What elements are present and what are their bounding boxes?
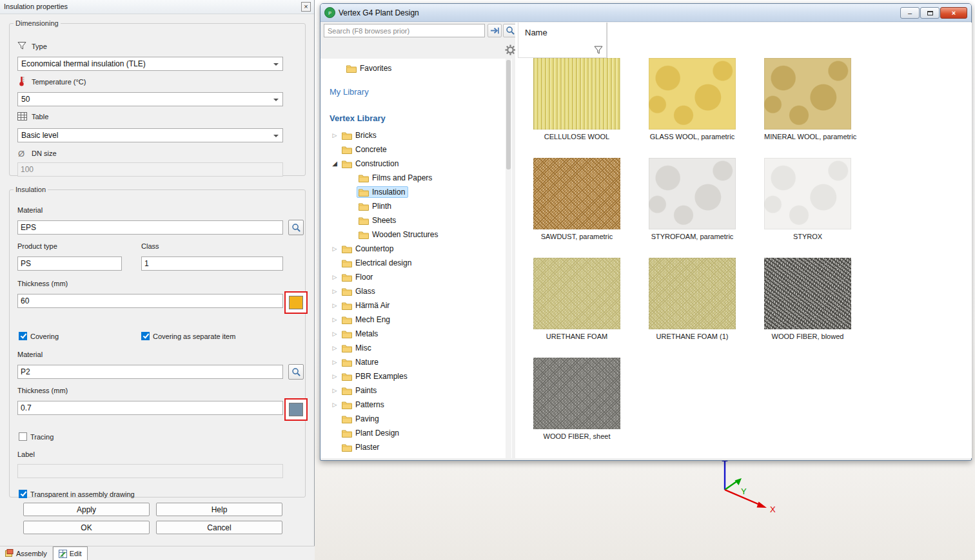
column-separator[interactable] <box>607 23 607 58</box>
transparent-checkbox-row[interactable]: Transparent in assembly drawing <box>19 490 135 498</box>
name-column-header[interactable]: Name <box>518 23 607 58</box>
tree-row-content[interactable]: Construction <box>340 158 402 169</box>
covering-material-input[interactable] <box>17 365 283 379</box>
table-select[interactable]: Basic level <box>17 128 283 142</box>
tree-item[interactable]: ▷ Countertop <box>320 242 512 256</box>
tree-item[interactable]: ▷ Patterns <box>320 398 512 412</box>
tree-item[interactable]: ▷ Metals <box>320 327 512 341</box>
tree-item[interactable]: ◢ Construction <box>320 157 512 171</box>
material-thumbnail[interactable] <box>764 158 851 229</box>
material-thumbnail[interactable] <box>533 158 620 229</box>
filter-icon[interactable] <box>593 45 604 55</box>
window-close-button[interactable]: × <box>940 7 967 19</box>
material-item[interactable]: URETHANE FOAM (1) <box>649 258 736 340</box>
material-thumbnail[interactable] <box>649 158 736 229</box>
tree-item[interactable]: Electrical design <box>320 256 512 270</box>
help-button[interactable]: Help <box>156 503 282 516</box>
tree-item[interactable]: ▷ Mech Eng <box>320 313 512 327</box>
tree-row-content[interactable]: Films and Papers <box>357 172 435 184</box>
material-thumbnail[interactable] <box>533 58 620 130</box>
tab-edit[interactable]: Edit <box>53 546 88 560</box>
chevron-icon[interactable]: ▷ <box>330 270 340 284</box>
temperature-select[interactable]: 50 <box>17 92 283 106</box>
tree-row-content[interactable]: Countertop <box>340 243 397 255</box>
tree-row-content[interactable]: Patterns <box>340 399 388 410</box>
material-thumbnail[interactable] <box>649 258 736 329</box>
tree-row-content[interactable]: Glass <box>340 285 379 297</box>
chevron-icon[interactable]: ▷ <box>330 398 340 412</box>
covering-checkbox-row[interactable]: Covering <box>19 332 59 340</box>
tree-row-content[interactable]: Paving <box>340 413 382 425</box>
tree-item[interactable]: Wooden Structures <box>320 227 512 242</box>
tree-row-content[interactable]: Härmä Air <box>340 300 393 311</box>
insulation-color-swatch[interactable] <box>284 291 308 314</box>
covering-thickness-input[interactable] <box>17 401 283 415</box>
tree-row-content[interactable]: Sheets <box>357 215 399 226</box>
tree-item[interactable]: Concrete <box>320 142 512 157</box>
material-item[interactable]: STYROX <box>764 158 851 240</box>
tree-item[interactable]: Films and Papers <box>320 171 512 185</box>
tree-item[interactable]: Insulation <box>320 185 512 199</box>
tree-item[interactable]: Plinth <box>320 199 512 213</box>
tree-item[interactable]: ▷ Bricks <box>320 128 512 142</box>
tree-item[interactable]: Paving <box>320 412 512 426</box>
covering-separate-checkbox-row[interactable]: Covering as separate item <box>141 332 235 340</box>
type-select[interactable]: Economical thermal insulation (TLE) <box>17 57 283 71</box>
tree-row-content[interactable]: PBR Examples <box>340 371 411 382</box>
chevron-icon[interactable]: ▷ <box>330 298 340 313</box>
chevron-icon[interactable]: ▷ <box>330 355 340 369</box>
material-thumbnail[interactable] <box>533 358 620 429</box>
material-item[interactable]: WOOD FIBER, blowed <box>764 258 851 340</box>
material-item[interactable]: WOOD FIBER, sheet <box>533 358 620 440</box>
insulation-thickness-input[interactable] <box>17 294 283 308</box>
maximize-button[interactable] <box>920 7 940 19</box>
tree-item[interactable]: ▷ Misc <box>320 341 512 355</box>
tree-item[interactable]: ▷ Floor <box>320 270 512 284</box>
product-type-input[interactable] <box>17 256 122 271</box>
chevron-icon[interactable]: ▷ <box>330 128 340 142</box>
material-item[interactable]: CELLULOSE WOOL <box>533 58 620 140</box>
apply-button[interactable]: Apply <box>23 503 150 516</box>
minimize-button[interactable]: – <box>900 7 920 19</box>
tree-item[interactable]: ▷ Glass <box>320 284 512 298</box>
tree-item[interactable]: Plant Design <box>320 426 512 440</box>
tree-row-content[interactable]: Wooden Structures <box>357 229 442 240</box>
tree-item[interactable]: ▷ Paints <box>320 383 512 398</box>
tree-row-content[interactable]: Misc <box>340 342 375 354</box>
material-item[interactable]: GLASS WOOL, parametric <box>649 58 736 140</box>
tree-row-content[interactable]: Metals <box>340 328 381 340</box>
ok-button[interactable]: OK <box>23 521 150 534</box>
chevron-icon[interactable]: ▷ <box>330 369 340 383</box>
tree-row-content[interactable]: Nature <box>340 356 382 368</box>
tree-item-favorites[interactable]: Favorites <box>320 61 512 75</box>
material-thumbnail[interactable] <box>764 258 851 329</box>
tree-row-content[interactable]: Mech Eng <box>340 314 393 325</box>
material-item[interactable]: MINERAL WOOL, parametric <box>764 58 851 140</box>
tracing-checkbox[interactable] <box>19 432 27 441</box>
vertex-library-header[interactable]: Vertex Library <box>330 113 512 123</box>
tree-scrollbar-thumb[interactable] <box>506 60 511 169</box>
covering-checkbox[interactable] <box>19 332 27 340</box>
chevron-icon[interactable]: ◢ <box>330 157 340 171</box>
search-go-button[interactable] <box>488 24 502 37</box>
transparent-checkbox[interactable] <box>19 490 27 498</box>
tree-item[interactable]: Plaster <box>320 440 512 454</box>
chevron-icon[interactable]: ▷ <box>330 313 340 327</box>
material-item[interactable]: STYROFOAM, parametric <box>649 158 736 240</box>
covering-separate-checkbox[interactable] <box>141 332 150 340</box>
tree-row-content[interactable]: Paints <box>340 385 380 396</box>
material-item[interactable]: URETHANE FOAM <box>533 258 620 340</box>
tree-row-content[interactable]: Plant Design <box>340 427 402 439</box>
dialog-close-button[interactable]: × <box>301 2 311 12</box>
tree-row-content[interactable]: Electrical design <box>340 257 415 269</box>
insulation-material-input[interactable] <box>17 220 283 235</box>
chevron-icon[interactable]: ▷ <box>330 327 340 341</box>
tree-item[interactable]: ▷ Nature <box>320 355 512 369</box>
tree-item[interactable]: Sheets <box>320 213 512 227</box>
library-search-input[interactable] <box>324 24 485 37</box>
chevron-icon[interactable]: ▷ <box>330 383 340 398</box>
covering-color-swatch[interactable] <box>284 398 308 421</box>
cancel-button[interactable]: Cancel <box>156 521 282 534</box>
chevron-icon[interactable]: ▷ <box>330 242 340 256</box>
tree-row-content[interactable]: Insulation <box>357 186 408 198</box>
